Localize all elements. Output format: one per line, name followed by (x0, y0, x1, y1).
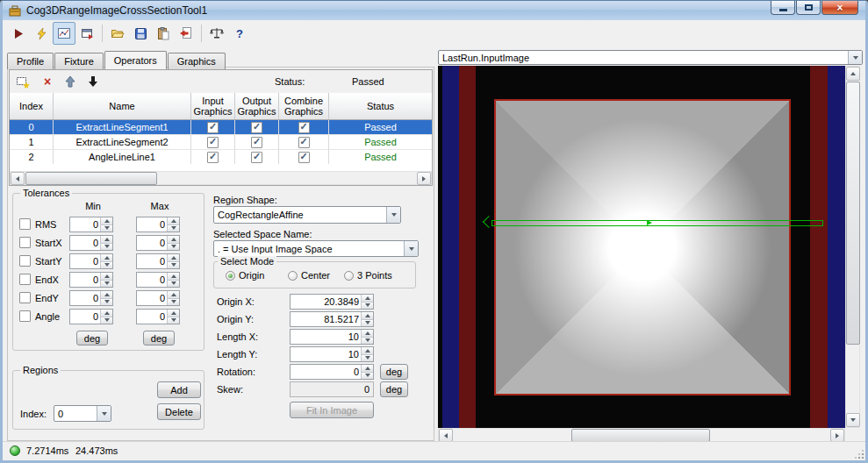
space-name-combo[interactable]: . = Use Input Image Space (213, 240, 419, 257)
spin-up-button[interactable] (101, 254, 112, 262)
combine-graphics-checkbox[interactable] (298, 137, 310, 148)
endx-max-input[interactable] (137, 273, 167, 287)
spin-up-button[interactable] (101, 236, 112, 244)
rms-min-input[interactable] (70, 217, 100, 232)
startx-max-spinner[interactable] (136, 235, 180, 251)
spin-up-button[interactable] (362, 312, 373, 320)
scroll-down-button[interactable] (846, 413, 860, 427)
spin-down-button[interactable] (101, 262, 112, 269)
col-output-graphics[interactable]: Output Graphics (235, 93, 279, 119)
spin-up-button[interactable] (101, 310, 112, 317)
spin-up-button[interactable] (362, 365, 373, 373)
startx-min-input[interactable] (70, 236, 100, 250)
spin-down-button[interactable] (101, 225, 112, 232)
angle-max-spinner[interactable] (136, 309, 180, 324)
spin-up-button[interactable] (101, 273, 112, 281)
length-y-input[interactable] (291, 347, 361, 361)
spin-down-button[interactable] (168, 225, 179, 232)
move-down-button[interactable] (85, 74, 101, 89)
input-graphics-checkbox[interactable] (207, 137, 219, 148)
move-up-button[interactable] (62, 74, 78, 89)
table-row[interactable]: 1 ExtractLineSegment2 Passed (10, 135, 432, 150)
angle-min-spinner[interactable] (69, 309, 113, 324)
rotation-spinner[interactable] (290, 364, 374, 380)
col-status[interactable]: Status (329, 93, 432, 119)
spin-down-button[interactable] (362, 303, 373, 310)
starty-checkbox[interactable] (19, 255, 31, 267)
show-results-toggle[interactable] (53, 22, 75, 45)
table-h-scrollbar[interactable] (10, 171, 432, 185)
region-index-combo[interactable]: 0 (54, 405, 111, 422)
origin-y-spinner[interactable] (290, 311, 374, 327)
starty-max-spinner[interactable] (136, 253, 180, 269)
calibration-button[interactable] (205, 22, 228, 45)
angle-max-input[interactable] (137, 310, 167, 324)
cross-section-region-line[interactable] (491, 220, 823, 226)
spin-down-button[interactable] (362, 373, 373, 380)
delete-operator-button[interactable]: × (39, 74, 55, 89)
close-button[interactable]: × (821, 1, 858, 15)
delete-region-button[interactable]: Delete (157, 403, 201, 420)
float-window-button[interactable] (75, 22, 98, 45)
endy-max-input[interactable] (137, 291, 167, 305)
output-graphics-checkbox[interactable] (251, 137, 262, 148)
region-shape-combo[interactable]: CogRectangleAffine (213, 206, 401, 224)
rms-max-spinner[interactable] (136, 217, 180, 232)
add-region-button[interactable]: Add (157, 381, 201, 398)
minimize-button[interactable] (771, 1, 795, 15)
endy-min-spinner[interactable] (69, 290, 113, 306)
add-operator-button[interactable] (15, 74, 31, 89)
scroll-right-button[interactable] (417, 172, 431, 185)
origin-y-input[interactable] (291, 312, 361, 326)
rotation-deg-button[interactable]: deg (380, 364, 408, 380)
spin-up-button[interactable] (168, 310, 179, 317)
startx-checkbox[interactable] (19, 237, 31, 248)
tab-profile[interactable]: Profile (7, 53, 54, 69)
radio-origin[interactable]: Origin (226, 270, 264, 281)
endx-min-spinner[interactable] (69, 272, 113, 288)
length-x-spinner[interactable] (290, 329, 374, 345)
spin-up-button[interactable] (168, 236, 179, 244)
dropdown-button[interactable] (97, 406, 111, 421)
save-button[interactable] (129, 22, 152, 45)
spin-down-button[interactable] (168, 299, 179, 306)
scroll-up-button[interactable] (846, 67, 860, 81)
paste-button[interactable] (152, 22, 175, 45)
endy-max-spinner[interactable] (136, 290, 180, 306)
spin-down-button[interactable] (168, 262, 179, 269)
length-x-input[interactable] (291, 330, 361, 344)
starty-max-input[interactable] (137, 254, 167, 268)
spin-down-button[interactable] (362, 320, 373, 327)
spin-up-button[interactable] (168, 291, 179, 299)
min-deg-button[interactable]: deg (76, 331, 108, 345)
input-graphics-checkbox[interactable] (207, 152, 219, 163)
scroll-thumb[interactable] (25, 172, 157, 185)
image-h-scrollbar[interactable] (438, 428, 845, 442)
scroll-right-button[interactable] (830, 429, 844, 442)
output-graphics-checkbox[interactable] (251, 122, 262, 133)
angle-min-input[interactable] (70, 310, 100, 324)
tab-graphics[interactable]: Graphics (168, 53, 226, 69)
radio-center[interactable]: Center (288, 270, 330, 281)
run-button[interactable] (7, 22, 30, 45)
combine-graphics-checkbox[interactable] (298, 152, 310, 163)
electric-run-button[interactable] (30, 22, 53, 45)
spin-up-button[interactable] (168, 273, 179, 281)
spin-down-button[interactable] (101, 281, 112, 288)
titlebar[interactable]: Cog3DRangeImageCrossSectionTool1 × (3, 1, 865, 20)
import-button[interactable] (175, 22, 197, 45)
col-input-graphics[interactable]: Input Graphics (191, 93, 235, 119)
rotation-input[interactable] (291, 365, 361, 379)
fit-in-image-button[interactable]: Fit In Image (290, 402, 374, 418)
col-index[interactable]: Index (10, 93, 54, 119)
spin-down-button[interactable] (101, 244, 112, 251)
startx-max-input[interactable] (137, 236, 167, 250)
endx-max-spinner[interactable] (136, 272, 180, 288)
radio-3points[interactable]: 3 Points (344, 270, 392, 281)
col-name[interactable]: Name (54, 93, 191, 119)
length-y-spinner[interactable] (290, 346, 374, 362)
open-button[interactable] (106, 22, 129, 45)
skew-deg-button[interactable]: deg (380, 381, 408, 397)
scroll-thumb[interactable] (846, 82, 860, 345)
spin-down-button[interactable] (168, 317, 179, 324)
